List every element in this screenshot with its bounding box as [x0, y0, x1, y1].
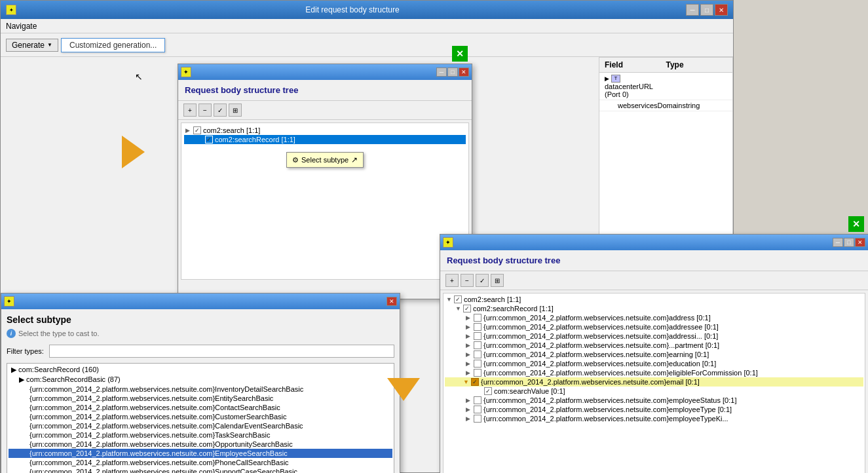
rbst2-earning[interactable]: ▶ {urn:common_2014_2.platform.webservice… — [445, 350, 863, 359]
rbst1-controls: ─ □ ✕ — [436, 67, 469, 77]
rbst2-cb-empstatus[interactable] — [474, 396, 481, 404]
rbst1-icon: ✦ — [181, 67, 191, 77]
phone-call-search[interactable]: {urn:common_2014_2.platform.webservices.… — [9, 458, 392, 467]
rbst2-cb-department[interactable] — [474, 341, 481, 349]
webservices-field: webservicesDomain — [605, 102, 682, 109]
rbst2-email[interactable]: ▼ {urn:common_2014_2.platform.webservice… — [445, 377, 863, 387]
subtype-title: Select subtype — [7, 314, 394, 325]
main-window-controls: ─ □ ✕ — [686, 4, 728, 16]
rbst2-close[interactable]: ✕ — [855, 238, 865, 247]
expand-icon-2: ▶ — [19, 375, 26, 383]
opportunity-search[interactable]: {urn:common_2014_2.platform.webservices.… — [9, 440, 392, 449]
check-icon-btn[interactable]: ✓ — [214, 104, 227, 117]
rbst2-cross-icon: ✕ — [852, 219, 860, 229]
rbst2-eligible[interactable]: ▶ {urn:common_2014_2.platform.webservice… — [445, 368, 863, 377]
generate-label: Generate — [12, 41, 45, 50]
select-subtype-controls: ✕ — [387, 297, 397, 306]
rbst2-education[interactable]: ▶ {urn:common_2014_2.platform.webservice… — [445, 359, 863, 368]
rbst2-cb-com2search[interactable] — [454, 295, 462, 303]
filter-label: Filter types: — [7, 347, 44, 355]
rbst2-expand-btn[interactable]: ⊞ — [491, 274, 504, 287]
rbst2-icon: ✦ — [443, 237, 453, 248]
navigate-menu[interactable]: Navigate — [6, 22, 37, 31]
select-subtype-content: Select subtype i Select the type to cast… — [1, 309, 400, 473]
rbst2-com2search[interactable]: ▼ com2:search [1:1] — [445, 295, 863, 304]
expand-arrow-1: ▶ — [185, 127, 193, 134]
search-record-basic[interactable]: ▶ com:SearchRecordBasic (87) — [9, 375, 392, 385]
close-button[interactable]: ✕ — [715, 4, 728, 16]
rbst1-minimize[interactable]: ─ — [436, 67, 447, 77]
rbst2-cb-email[interactable] — [471, 378, 479, 386]
cross-icon: ✕ — [456, 49, 464, 58]
rbst2-cb-address[interactable] — [474, 314, 481, 322]
checkbox-searchrecord[interactable] — [205, 136, 213, 143]
checkbox-com2search[interactable] — [193, 126, 201, 134]
rbst2-employee-status[interactable]: ▶ {urn:common_2014_2.platform.webservice… — [445, 396, 863, 405]
field-type-header: Field Type — [599, 58, 732, 73]
maximize-button[interactable]: □ — [700, 4, 713, 16]
rbst1-title-bar: ✦ ─ □ ✕ — [178, 64, 472, 80]
employee-search[interactable]: {urn:common_2014_2.platform.webservices.… — [9, 449, 392, 458]
rbst2-addressee[interactable]: ▶ {urn:common_2014_2.platform.webservice… — [445, 322, 863, 331]
rbst2-employee-type[interactable]: ▶ {urn:common_2014_2.platform.webservice… — [445, 405, 863, 414]
rbst2-cb-searchvalue[interactable] — [484, 387, 492, 395]
toolbar: Generate ▼ Customized generation... ↖ — [1, 33, 733, 57]
rbst1-close[interactable]: ✕ — [459, 67, 469, 77]
rbst2-address[interactable]: ▶ {urn:common_2014_2.platform.webservice… — [445, 313, 863, 322]
rbst2-cb-earning[interactable] — [474, 350, 481, 358]
rbst2-cb-education[interactable] — [474, 360, 481, 368]
type-tree[interactable]: ▶ com:SearchRecord (160) ▶ com:SearchRec… — [7, 363, 394, 473]
rbst2-check-btn[interactable]: ✓ — [476, 274, 489, 287]
customer-search[interactable]: {urn:common_2014_2.platform.webservices.… — [9, 412, 392, 421]
rbst1-header: Request body structure tree — [178, 80, 472, 101]
tree-item-searchrecord[interactable]: com2:searchRecord [1:1] — [184, 135, 466, 144]
rbst2-department[interactable]: ▶ {urn:common_2014_2.platform.webservice… — [445, 341, 863, 350]
contact-search[interactable]: {urn:common_2014_2.platform.webservices.… — [9, 403, 392, 412]
generate-button[interactable]: Generate ▼ — [6, 39, 58, 52]
rbst2-cb-searchrecord[interactable] — [463, 305, 471, 312]
info-icon: i — [7, 329, 16, 338]
rbst2-tree[interactable]: ▼ com2:search [1:1] ▼ com2:searchRecord … — [443, 293, 865, 473]
rbst2-cb-eligible[interactable] — [474, 369, 481, 377]
add-icon-btn[interactable]: + — [183, 104, 197, 117]
remove-icon-btn[interactable]: − — [198, 104, 212, 117]
tree-item-com2search[interactable]: ▶ com2:search [1:1] — [184, 126, 466, 135]
rbst2-controls: ─ □ ✕ — [833, 238, 865, 247]
select-subtype-label[interactable]: Select subtype — [301, 156, 349, 164]
rbst2-cb-emptypeki[interactable] — [474, 415, 481, 423]
rbst2-search-value[interactable]: com:searchValue [0:1] — [445, 387, 863, 396]
customized-generation-button[interactable]: Customized generation... — [61, 38, 165, 52]
filter-input[interactable] — [49, 345, 394, 358]
rbst1-green-icon[interactable]: ✕ — [452, 46, 468, 62]
rbst2-cb-emptype[interactable] — [474, 406, 481, 413]
rbst2-maximize[interactable]: □ — [844, 238, 854, 247]
datacenter-row: ▶ T datacenterURL (Port 0) — [599, 73, 732, 100]
search-record-root[interactable]: ▶ com:SearchRecord (160) — [9, 365, 392, 375]
support-case-search[interactable]: {urn:common_2014_2.platform.webservices.… — [9, 467, 392, 473]
rbst2-employee-typeki[interactable]: ▶ {urn:common_2014_2.platform.webservice… — [445, 414, 863, 423]
rbst2-remove-btn[interactable]: − — [461, 274, 474, 287]
menu-bar: Navigate — [1, 19, 733, 33]
rbst2-green-icon[interactable]: ✕ — [848, 216, 864, 232]
rbst2-title-bar: ✦ ─ □ ✕ — [440, 235, 868, 250]
rbst1-tree: ▶ com2:search [1:1] com2:searchRecord [1… — [181, 123, 469, 280]
task-search[interactable]: {urn:common_2014_2.platform.webservices.… — [9, 430, 392, 440]
inventory-detail-search[interactable]: {urn:common_2014_2.platform.webservices.… — [9, 385, 392, 394]
rbst2-minimize[interactable]: ─ — [833, 238, 843, 247]
entity-search[interactable]: {urn:common_2014_2.platform.webservices.… — [9, 394, 392, 403]
expand-icon: ▶ — [11, 366, 18, 373]
webservices-row: webservicesDomain string — [599, 100, 732, 111]
rbst2-address2[interactable]: ▶ {urn:common_2014_2.platform.webservice… — [445, 331, 863, 341]
minimize-button[interactable]: ─ — [686, 4, 699, 16]
popup-icon: ⚙ — [292, 156, 299, 164]
rbst2-searchrecord[interactable]: ▼ com2:searchRecord [1:1] — [445, 304, 863, 313]
rbst1-maximize[interactable]: □ — [447, 67, 458, 77]
rbst2-cb-address2[interactable] — [474, 332, 481, 340]
rbst2-add-btn[interactable]: + — [445, 274, 459, 287]
rbst2-cb-addressee[interactable] — [474, 323, 481, 331]
select-subtype-close[interactable]: ✕ — [387, 297, 397, 306]
rbst-window-2: ✦ ─ □ ✕ Request body structure tree ✕ + … — [440, 234, 868, 473]
type-header: Type — [666, 60, 728, 69]
calendar-event-search[interactable]: {urn:common_2014_2.platform.webservices.… — [9, 421, 392, 430]
expand-icon-btn[interactable]: ⊞ — [229, 104, 242, 117]
